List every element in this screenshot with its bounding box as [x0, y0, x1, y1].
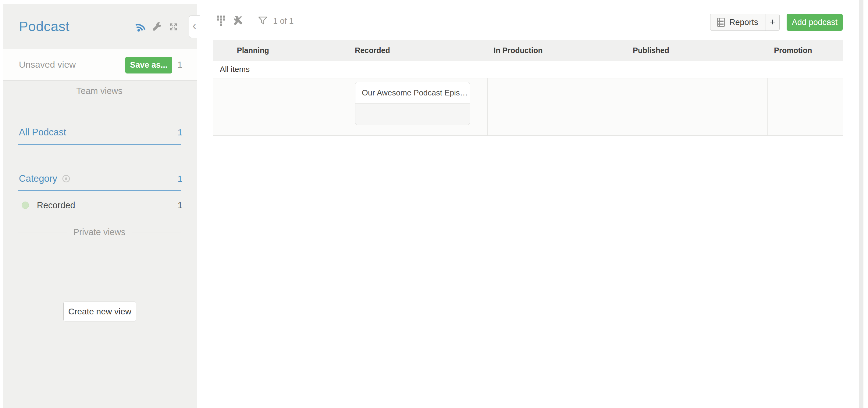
category-underline: [18, 190, 181, 191]
board-header-row: Planning Recorded In Production Publishe…: [213, 40, 843, 61]
reports-button[interactable]: Reports +: [710, 14, 780, 31]
expand-icon[interactable]: [169, 22, 178, 31]
sidebar-divider: [18, 286, 181, 286]
recorded-label: Recorded: [37, 200, 75, 210]
recorded-status-dot: [22, 202, 29, 209]
add-podcast-button[interactable]: Add podcast: [786, 14, 843, 31]
vertical-scrollbar[interactable]: [859, 0, 863, 408]
board-body-row: Our Awesome Podcast Epis…: [213, 78, 843, 136]
sidebar-header-icons: [135, 4, 178, 49]
app-title: Podcast: [19, 19, 69, 34]
all-items-group-row: All items: [213, 61, 843, 78]
team-views-section-header: Team views: [18, 84, 181, 97]
podcast-card-footer: [355, 104, 470, 125]
column-header-recorded: Recorded: [355, 40, 390, 61]
column-header-promotion: Promotion: [774, 40, 812, 61]
sidebar-item-all-podcast[interactable]: All Podcast 1: [3, 125, 197, 140]
wrench-icon[interactable]: [152, 22, 162, 32]
save-as-button[interactable]: Save as...: [125, 57, 172, 74]
board-cell-in-production: [488, 78, 627, 136]
sidebar-item-category[interactable]: Category 1: [3, 171, 197, 186]
column-header-planning: Planning: [237, 40, 269, 61]
all-podcast-count: 1: [178, 127, 183, 138]
board-cell-published: [627, 78, 768, 136]
category-link: Category: [19, 173, 57, 184]
report-document-icon: [717, 18, 725, 27]
sidebar: Podcast: [3, 4, 197, 408]
create-new-view-button[interactable]: Create new view: [63, 301, 136, 321]
sidebar-header: Podcast: [3, 4, 197, 49]
private-views-label: Private views: [73, 227, 126, 237]
unsaved-view-label: Unsaved view: [19, 49, 76, 80]
all-podcast-underline: [18, 144, 181, 145]
reports-add-button[interactable]: +: [766, 14, 779, 30]
reports-button-main[interactable]: Reports: [710, 14, 766, 30]
filter-funnel-icon[interactable]: [258, 16, 268, 26]
podcast-card-title: Our Awesome Podcast Epis…: [355, 82, 470, 104]
all-items-label: All items: [220, 61, 250, 78]
board-cell-planning: [213, 78, 348, 136]
recorded-count: 1: [178, 200, 183, 210]
column-header-in-production: In Production: [493, 40, 542, 61]
pagination-text: 1 of 1: [273, 17, 294, 26]
grid-view-icon[interactable]: [217, 16, 225, 26]
kanban-board: Planning Recorded In Production Publishe…: [213, 40, 843, 136]
rss-broadcast-icon[interactable]: [135, 22, 146, 32]
tools-icon[interactable]: [233, 15, 243, 26]
category-count: 1: [178, 174, 183, 184]
unsaved-view-count: 1: [177, 49, 183, 80]
column-header-published: Published: [633, 40, 669, 61]
podcast-card[interactable]: Our Awesome Podcast Epis…: [355, 82, 470, 125]
sidebar-collapse-tab[interactable]: ‹: [189, 15, 199, 38]
all-podcast-link: All Podcast: [19, 127, 66, 138]
app-window: Podcast: [0, 0, 868, 408]
target-icon[interactable]: [62, 175, 70, 183]
reports-label: Reports: [729, 18, 758, 27]
team-views-label: Team views: [76, 86, 123, 96]
chevron-left-icon: ‹: [193, 20, 196, 32]
private-views-section-header: Private views: [18, 225, 181, 239]
sidebar-item-recorded[interactable]: Recorded 1: [3, 198, 197, 212]
unsaved-view-row: Unsaved view Save as... 1: [3, 49, 197, 81]
board-cell-promotion: [768, 78, 843, 136]
